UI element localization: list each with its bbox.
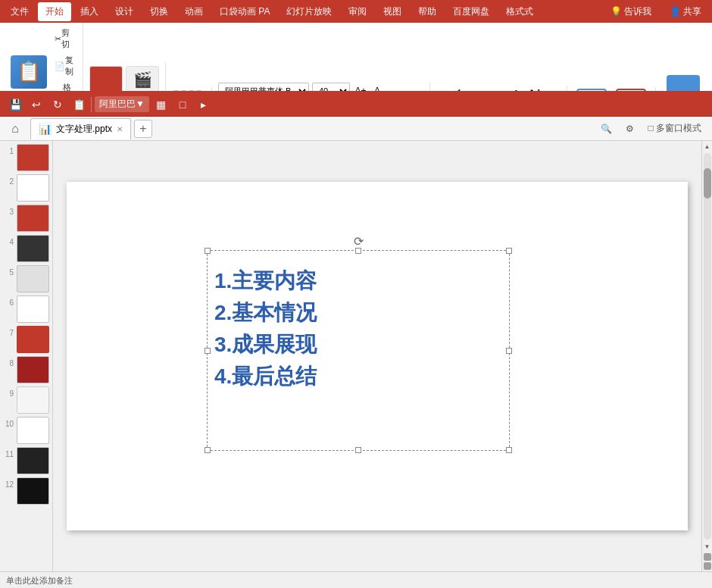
menu-transition[interactable]: 切换 [142, 2, 176, 21]
menu-help[interactable]: 帮助 [411, 2, 444, 21]
menu-baidu[interactable]: 百度网盘 [445, 2, 497, 21]
clipboard-quick-button[interactable]: 📋 [70, 95, 88, 114]
rotate-handle[interactable]: ⟳ [354, 234, 364, 249]
slide-thumb-12[interactable]: 12 [3, 477, 49, 505]
decrease-font-button[interactable]: A- [371, 83, 386, 92]
edit-button[interactable]: 🔍 编辑 [613, 87, 649, 92]
toolbar-display-button[interactable]: ▦ [152, 95, 170, 114]
font-size-select[interactable]: 40 [312, 83, 350, 92]
save-to-baidu-button[interactable]: ☁ 保存到 百度网盘 [662, 74, 704, 92]
tab-close-button[interactable]: ✕ [117, 125, 123, 133]
slide-thumb-6[interactable]: 6 [3, 296, 49, 323]
save-group: ☁ 保存到 百度网盘 [656, 74, 710, 92]
handle-tr[interactable] [506, 248, 512, 254]
undo-button[interactable]: ↩ [27, 95, 45, 114]
menu-bar-right: 💡 告诉我 👤 共享 [603, 2, 709, 21]
online-slides-button[interactable] [89, 66, 123, 92]
share-icon: 👤 [670, 6, 681, 17]
slide-thumb-1[interactable]: 1 [3, 144, 49, 171]
paste-button[interactable]: 📋 [9, 54, 48, 90]
handle-tl[interactable] [205, 248, 211, 254]
redo-button[interactable]: ↻ [48, 95, 67, 114]
font-name-quick[interactable]: 阿里巴巴▼ [95, 96, 149, 112]
menu-format[interactable]: 格式式 [498, 2, 541, 21]
slide-img-5 [17, 265, 49, 292]
decrease-indent-button[interactable]: ⇤ [473, 86, 488, 92]
add-animation-button[interactable]: 🎬 [126, 66, 159, 92]
slide-num-9: 9 [3, 389, 14, 398]
slide-num-3: 3 [3, 208, 14, 216]
handle-br[interactable] [506, 447, 512, 453]
status-bar: 单击此处添加备注 [0, 571, 712, 588]
handle-bc[interactable] [355, 447, 361, 453]
numbering-button[interactable]: 1≡ [454, 86, 470, 92]
menu-share[interactable]: 👤 共享 [662, 2, 709, 21]
menu-pocket-animation[interactable]: 口袋动画 PA [212, 2, 277, 21]
multi-window-btn[interactable]: □ 多窗口模式 [643, 120, 706, 136]
online-slides-row: 🎬 [89, 66, 159, 92]
handle-bl[interactable] [205, 447, 211, 453]
menu-review[interactable]: 审阅 [341, 2, 374, 21]
font-name-select[interactable]: 阿里巴巴普惠体 B [218, 83, 309, 92]
slide-panel: 1 2 3 4 5 6 7 8 [0, 141, 53, 571]
slide-text-content[interactable]: 1.主要内容 2.基本情况 3.成果展现 4.最后总结 [207, 258, 510, 400]
settings-tab-btn[interactable]: ⚙ [621, 122, 639, 136]
slide-thumb-7[interactable]: 7 [3, 326, 49, 353]
format-painter-button[interactable]: 🖌 格式刷 [52, 80, 77, 92]
menu-animation[interactable]: 动画 [177, 2, 211, 21]
draw-button[interactable]: ✏ 绘图 [573, 87, 610, 92]
menu-view[interactable]: 视图 [376, 2, 409, 21]
cut-button[interactable]: ✂ 剪切 [52, 26, 77, 52]
toolbar-window-button[interactable]: □ [173, 95, 192, 114]
home-tab-icon[interactable]: ⌂ [6, 120, 24, 138]
menu-file[interactable]: 文件 [3, 2, 36, 21]
increase-indent-button[interactable]: ⇥ [491, 86, 506, 92]
columns-button[interactable]: ⫿ [509, 86, 524, 92]
text-line-2: 2.基本情况 [214, 297, 502, 329]
slide-num-6: 6 [3, 299, 14, 307]
bullets-button[interactable]: ≡ [436, 86, 451, 92]
tab-filename: 文字处理.pptx [56, 123, 112, 136]
slide-num-12: 12 [3, 480, 14, 489]
scroll-up-button[interactable]: ▲ [702, 141, 713, 152]
slide-img-3 [17, 205, 49, 232]
slide-thumb-2[interactable]: 2 [3, 174, 49, 202]
menu-insert[interactable]: 插入 [73, 2, 106, 21]
handle-tc[interactable] [355, 248, 361, 254]
scroll-down-button[interactable]: ▼ [702, 541, 713, 552]
tab-file[interactable]: 📊 文字处理.pptx ✕ [30, 118, 131, 139]
text-direction-button[interactable]: ⬆A [527, 86, 542, 92]
increase-font-button[interactable]: A+ [353, 83, 368, 92]
scroll-zoom-in[interactable] [704, 553, 711, 561]
slide-thumb-3[interactable]: 3 [3, 205, 49, 232]
slide-img-11 [17, 447, 49, 474]
menu-home[interactable]: 开始 [38, 2, 71, 21]
add-tab-button[interactable]: + [134, 120, 152, 138]
lightbulb-icon: 💡 [611, 6, 622, 17]
slide-num-4: 4 [3, 238, 14, 246]
copy-button[interactable]: 📄 复制 [52, 53, 77, 79]
slide-num-10: 10 [3, 420, 14, 428]
status-notes[interactable]: 单击此处添加备注 [6, 575, 73, 586]
scroll-track[interactable] [704, 153, 711, 540]
save-quick-button[interactable]: 💾 [6, 95, 24, 114]
slide-num-7: 7 [3, 329, 14, 337]
slide-thumb-5[interactable]: 5 [3, 265, 49, 292]
slide-thumb-10[interactable]: 10 [3, 417, 49, 444]
slide-num-2: 2 [3, 177, 14, 186]
toolbar-more-button[interactable]: ▸ [195, 95, 213, 114]
slide-thumb-11[interactable]: 11 [3, 447, 49, 474]
slide-thumb-4[interactable]: 4 [3, 235, 49, 262]
search-tab-btn[interactable]: 🔍 [596, 122, 617, 136]
scroll-zoom-out[interactable] [704, 562, 711, 570]
slide-thumb-8[interactable]: 8 [3, 356, 49, 383]
slide-thumb-9[interactable]: 9 [3, 386, 49, 414]
online-slides-group: 🎬 在线幻灯片 新加动画页 在线幻灯片 [83, 63, 166, 92]
tab-pptx-icon: 📊 [39, 123, 52, 135]
scroll-thumb[interactable] [704, 168, 711, 199]
slides-group: □ + 幻灯片 [166, 87, 212, 92]
menu-design[interactable]: 设计 [108, 2, 141, 21]
menu-slideshow[interactable]: 幻灯片放映 [279, 2, 339, 21]
slide-canvas[interactable]: ⟳ 1.主要内容 2.基本情况 3.成果展现 4.最后总结 [67, 182, 688, 530]
menu-tell-me[interactable]: 💡 告诉我 [603, 2, 659, 21]
